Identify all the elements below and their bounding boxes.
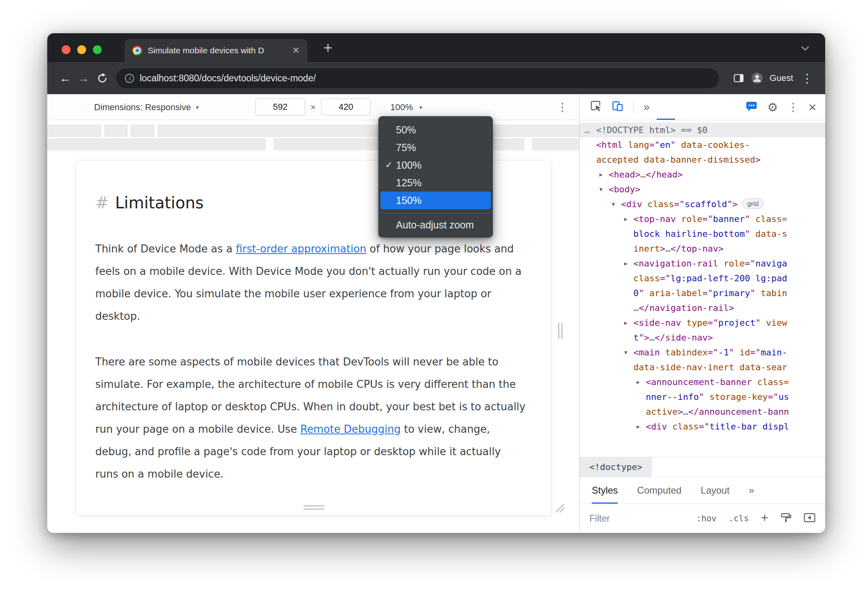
dom-tree-line[interactable]: …<!DOCTYPE html> == $0	[580, 123, 825, 137]
forward-button[interactable]: →	[74, 69, 93, 87]
dom-tree-line[interactable]: ▸<head>…</head>	[580, 167, 825, 182]
zoom-menu-option[interactable]: 150%	[380, 192, 491, 209]
devtools-close-icon[interactable]: ×	[808, 100, 816, 114]
more-panels-chevrons[interactable]: »	[643, 101, 650, 113]
dom-tree-line[interactable]: ▾<div class="scaffold">grid	[580, 197, 825, 212]
dom-tree-line[interactable]: inert>…</top-nav>	[580, 241, 825, 256]
inline-link[interactable]: first-order approximation	[236, 243, 366, 255]
right-resize-handle[interactable]	[558, 323, 563, 339]
corner-resize-handle[interactable]	[555, 502, 565, 514]
syntax-token: >	[755, 155, 760, 165]
dom-tree-line[interactable]: ▸<side-nav type="project" view	[580, 315, 825, 330]
tab-search-chevron-icon[interactable]	[800, 45, 810, 53]
reload-button[interactable]	[93, 69, 111, 87]
dimensions-dropdown[interactable]: Dimensions: Responsive ▾	[94, 94, 199, 120]
dom-tree-line[interactable]: <html lang="en" data-cookies-	[580, 137, 825, 152]
syntax-token: </navigation-rail>	[639, 303, 734, 313]
new-tab-button[interactable]: +	[323, 39, 332, 56]
auto-adjust-zoom-option[interactable]: Auto-adjust zoom	[380, 216, 491, 234]
new-style-rule-button[interactable]: +	[761, 511, 768, 524]
ruler-strip-top	[47, 125, 579, 137]
collapse-arrow-icon[interactable]: ▾	[612, 197, 615, 212]
expand-arrow-icon[interactable]: ▸	[599, 167, 603, 182]
dom-tree-line[interactable]: nner--info" storage-key="us	[580, 389, 825, 404]
dom-tree-line[interactable]: active>…</announcement-bann	[580, 404, 825, 419]
collapse-arrow-icon[interactable]: ▾	[624, 345, 627, 360]
pseudo-state-toggle[interactable]: :hov	[696, 514, 717, 523]
syntax-token: class	[642, 199, 674, 209]
dom-tree-line[interactable]: t">…</side-nav>	[580, 330, 825, 345]
syntax-token: ="	[750, 347, 761, 357]
settings-gear-icon[interactable]: ⚙	[767, 100, 778, 114]
tab-styles[interactable]: Styles	[592, 477, 618, 504]
guest-avatar[interactable]	[748, 69, 766, 87]
dom-tree-line[interactable]: data-side-nav-inert data-sear	[580, 360, 825, 375]
browser-tab[interactable]: Simulate mobile devices with D ×	[125, 39, 307, 62]
dom-tree-line[interactable]: ▸<div class="title-bar displ	[580, 419, 825, 434]
heading-text: Limitations	[115, 194, 204, 212]
syntax-token: active	[646, 407, 677, 417]
syntax-token: scaffold	[685, 199, 727, 209]
feedback-bubble-icon[interactable]	[745, 100, 757, 114]
rendering-emulations-icon[interactable]	[780, 512, 792, 525]
tab-computed[interactable]: Computed	[637, 477, 681, 504]
tab-layout[interactable]: Layout	[701, 477, 729, 504]
site-info-icon[interactable]: i	[125, 74, 134, 83]
devtools-menu-kebab-icon[interactable]: ⋮	[788, 101, 799, 114]
browser-toolbar: ← → i localhost:8080/docs/devtools/devic…	[47, 62, 825, 94]
minimize-window-button[interactable]	[77, 45, 86, 54]
dom-tree-line[interactable]: block hairline-bottom" data-s	[580, 226, 825, 241]
expand-arrow-icon[interactable]: ▸	[624, 315, 627, 330]
syntax-token: lg:pad-left-200 lg:pad	[671, 273, 787, 283]
syntax-token: <announcement-banner	[646, 377, 752, 387]
expand-arrow-icon[interactable]: ▸	[624, 212, 627, 226]
url-text[interactable]: localhost:8080/docs/devtools/device-mode…	[140, 73, 316, 84]
address-bar[interactable]: i localhost:8080/docs/devtools/device-mo…	[116, 69, 719, 88]
dom-tree-line[interactable]: …</navigation-rail>	[580, 301, 825, 315]
bottom-resize-handle[interactable]	[303, 505, 324, 510]
tab-close-icon[interactable]: ×	[292, 44, 299, 56]
dom-tree-line[interactable]: class="lg:pad-left-200 lg:pad	[580, 271, 825, 286]
syntax-token: data-s	[750, 229, 787, 239]
collapse-arrow-icon[interactable]: ▾	[599, 182, 603, 197]
syntax-token: …	[665, 244, 670, 254]
side-panel-icon[interactable]	[729, 69, 748, 87]
expand-arrow-icon[interactable]: ▸	[624, 256, 627, 271]
dom-tree-line[interactable]: ▾<body>	[580, 182, 825, 197]
tab-overflow-chevrons[interactable]: »	[749, 477, 754, 504]
inline-link[interactable]: Remote Debugging	[300, 423, 401, 435]
expand-arrow-icon[interactable]: ▸	[637, 419, 640, 434]
breadcrumb-doctype[interactable]: <!doctype>	[580, 457, 652, 477]
dom-tree-line[interactable]: accepted data-banner-dismissed>	[580, 152, 825, 167]
heading-anchor-hash[interactable]: #	[95, 194, 109, 212]
syntax-token: <main	[633, 347, 660, 357]
grid-badge[interactable]: grid	[742, 198, 763, 209]
filter-input[interactable]: Filter	[589, 513, 610, 524]
inspect-element-icon[interactable]	[590, 100, 602, 114]
expand-arrow-icon[interactable]: ▸	[637, 375, 640, 389]
height-input[interactable]: 420	[321, 99, 371, 115]
dom-tree-line[interactable]: ▸<announcement-banner class=	[580, 375, 825, 389]
dom-tree-line[interactable]: 0" aria-label="primary" tabin	[580, 286, 825, 301]
device-toolbar-kebab-icon[interactable]: ⋮	[557, 94, 568, 120]
computed-sidebar-toggle-icon[interactable]	[804, 512, 816, 524]
close-window-button[interactable]	[62, 45, 70, 54]
syntax-token: </side-nav>	[655, 333, 713, 343]
zoom-menu-option[interactable]: 125%	[380, 174, 491, 192]
menu-separator	[378, 213, 493, 214]
devtools-toolbar: » ⚙ ⋮ ×	[580, 94, 825, 120]
width-input[interactable]: 592	[255, 99, 305, 115]
syntax-token: <side-nav	[633, 318, 681, 328]
device-toolbar-toggle-icon[interactable]	[612, 100, 624, 114]
class-toggle[interactable]: .cls	[729, 514, 749, 523]
dom-tree-line[interactable]: ▾<main tabindex="-1" id="main-	[580, 345, 825, 360]
syntax-token: tabin	[755, 288, 787, 298]
zoom-menu-option[interactable]: 50%	[380, 121, 491, 139]
zoom-menu-option[interactable]: 75%	[380, 139, 491, 156]
back-button[interactable]: ←	[56, 69, 74, 87]
zoom-menu-option[interactable]: ✓100%	[380, 156, 491, 174]
dom-tree-line[interactable]: ▸<navigation-rail role="naviga	[580, 256, 825, 271]
browser-menu-kebab-icon[interactable]: ⋮	[798, 69, 816, 87]
dom-tree-line[interactable]: ▸<top-nav role="banner" class=	[580, 212, 825, 226]
zoom-window-button[interactable]	[93, 45, 102, 54]
